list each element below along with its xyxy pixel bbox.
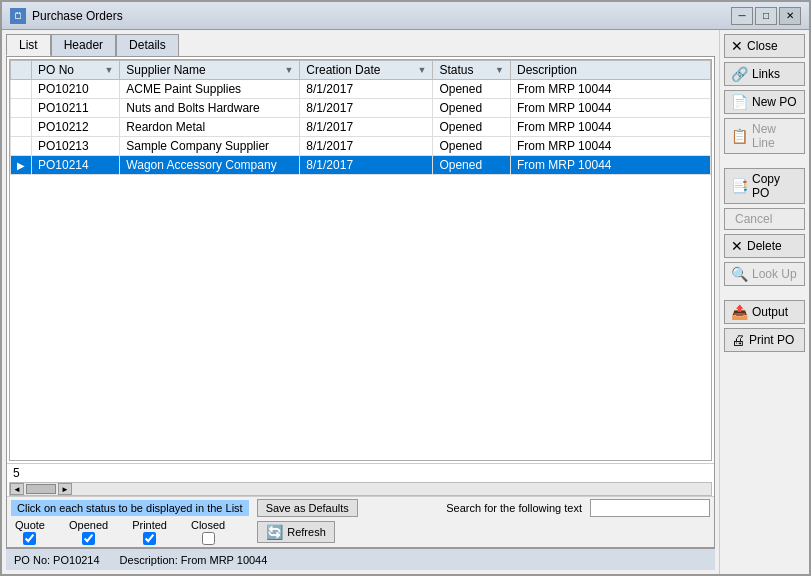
status-line: PO No: PO10214 Description: From MRP 100… [6, 548, 715, 570]
title-bar: 🗒 Purchase Orders ─ □ ✕ [2, 2, 809, 30]
col-po-no[interactable]: PO No ▼ [32, 61, 120, 80]
save-defaults-button[interactable]: Save as Defaults [257, 499, 358, 517]
cell-description: From MRP 10044 [511, 156, 711, 175]
checkboxes-row: Quote Opened Printed Closed [11, 519, 710, 545]
title-controls: ─ □ ✕ [731, 7, 801, 25]
refresh-icon: 🔄 [266, 524, 283, 540]
cell-po_no: PO10210 [32, 80, 120, 99]
cell-description: From MRP 10044 [511, 80, 711, 99]
search-input[interactable] [590, 499, 710, 517]
checkbox-opened: Opened [69, 519, 108, 545]
row-indicator-cell [11, 118, 32, 137]
status-filters-row: Click on each status to be displayed in … [11, 499, 710, 517]
links-icon: 🔗 [731, 66, 748, 82]
cell-supplier_name: Sample Company Supplier [120, 137, 300, 156]
checkbox-closed: Closed [191, 519, 225, 545]
checkbox-quote-input[interactable] [23, 532, 36, 545]
cancel-button: Cancel [724, 208, 805, 230]
new-line-label: New Line [752, 122, 798, 150]
checkbox-closed-input[interactable] [202, 532, 215, 545]
table-area: PO No ▼ Supplier Name ▼ [7, 57, 714, 496]
tab-list[interactable]: List [6, 34, 51, 56]
links-button[interactable]: 🔗Links [724, 62, 805, 86]
new-line-icon: 📋 [731, 128, 748, 144]
cell-status: Opened [433, 118, 511, 137]
table-row[interactable]: PO10210ACME Paint Supplies8/1/2017Opened… [11, 80, 711, 99]
cancel-label: Cancel [735, 212, 772, 226]
cell-status: Opened [433, 80, 511, 99]
checkbox-opened-label: Opened [69, 519, 108, 531]
copy-po-label: Copy PO [752, 172, 798, 200]
checkbox-quote: Quote [15, 519, 45, 545]
col-creation-date[interactable]: Creation Date ▼ [300, 61, 433, 80]
table-row[interactable]: PO10211Nuts and Bolts Hardware8/1/2017Op… [11, 99, 711, 118]
refresh-button[interactable]: 🔄 Refresh [257, 521, 335, 543]
delete-button[interactable]: ✕Delete [724, 234, 805, 258]
checkbox-printed-input[interactable] [143, 532, 156, 545]
row-indicator-header [11, 61, 32, 80]
search-label: Search for the following text [446, 502, 582, 514]
scroll-left-arrow[interactable]: ◄ [10, 483, 24, 495]
scroll-right-arrow[interactable]: ► [58, 483, 72, 495]
cell-creation_date: 8/1/2017 [300, 99, 433, 118]
new-line-button: 📋New Line [724, 118, 805, 154]
close-button[interactable]: ✕Close [724, 34, 805, 58]
cell-description: From MRP 10044 [511, 118, 711, 137]
checkbox-closed-label: Closed [191, 519, 225, 531]
col-supplier-name[interactable]: Supplier Name ▼ [120, 61, 300, 80]
tab-header[interactable]: Header [51, 34, 116, 56]
row-indicator-cell: ▶ [11, 156, 32, 175]
output-icon: 📤 [731, 304, 748, 320]
maximize-button[interactable]: □ [755, 7, 777, 25]
page-number: 5 [13, 466, 20, 480]
look-up-button: 🔍Look Up [724, 262, 805, 286]
scroll-thumb[interactable] [26, 484, 56, 494]
copy-po-icon: 📑 [731, 178, 748, 194]
window-close-button[interactable]: ✕ [779, 7, 801, 25]
print-po-button[interactable]: 🖨Print PO [724, 328, 805, 352]
delete-icon: ✕ [731, 238, 743, 254]
cell-creation_date: 8/1/2017 [300, 156, 433, 175]
table-header-row: PO No ▼ Supplier Name ▼ [11, 61, 711, 80]
checkbox-quote-label: Quote [15, 519, 45, 531]
close-icon: ✕ [731, 38, 743, 54]
cell-po_no: PO10211 [32, 99, 120, 118]
print-po-icon: 🖨 [731, 332, 745, 348]
close-label: Close [747, 39, 778, 53]
status-filter-arrow[interactable]: ▼ [495, 65, 504, 75]
cell-creation_date: 8/1/2017 [300, 137, 433, 156]
filter-instruction: Click on each status to be displayed in … [11, 500, 249, 516]
cell-status: Opened [433, 156, 511, 175]
delete-label: Delete [747, 239, 782, 253]
cell-supplier_name: Reardon Metal [120, 118, 300, 137]
output-button[interactable]: 📤Output [724, 300, 805, 324]
table-body: PO10210ACME Paint Supplies8/1/2017Opened… [11, 80, 711, 175]
window-icon: 🗒 [10, 8, 26, 24]
status-po-no: PO No: PO10214 [14, 554, 100, 566]
cell-supplier_name: Nuts and Bolts Hardware [120, 99, 300, 118]
checkbox-printed-label: Printed [132, 519, 167, 531]
cell-po_no: PO10212 [32, 118, 120, 137]
minimize-button[interactable]: ─ [731, 7, 753, 25]
creation-date-filter-arrow[interactable]: ▼ [417, 65, 426, 75]
col-status[interactable]: Status ▼ [433, 61, 511, 80]
cell-creation_date: 8/1/2017 [300, 118, 433, 137]
supplier-name-filter-arrow[interactable]: ▼ [284, 65, 293, 75]
horizontal-scrollbar[interactable]: ◄ ► [9, 482, 712, 496]
copy-po-button[interactable]: 📑Copy PO [724, 168, 805, 204]
cell-po_no: PO10213 [32, 137, 120, 156]
table-wrapper[interactable]: PO No ▼ Supplier Name ▼ [9, 59, 712, 461]
table-row[interactable]: PO10213Sample Company Supplier8/1/2017Op… [11, 137, 711, 156]
po-no-filter-arrow[interactable]: ▼ [104, 65, 113, 75]
table-row[interactable]: PO10212Reardon Metal8/1/2017OpenedFrom M… [11, 118, 711, 137]
status-filter-bar: Click on each status to be displayed in … [7, 496, 714, 547]
checkbox-opened-input[interactable] [82, 532, 95, 545]
tab-content: PO No ▼ Supplier Name ▼ [6, 56, 715, 548]
table-row[interactable]: ▶PO10214Wagon Accessory Company8/1/2017O… [11, 156, 711, 175]
tab-details[interactable]: Details [116, 34, 179, 56]
new-po-button[interactable]: 📄New PO [724, 90, 805, 114]
cell-status: Opened [433, 99, 511, 118]
status-description: Description: From MRP 10044 [120, 554, 268, 566]
links-label: Links [752, 67, 780, 81]
row-indicator-cell [11, 137, 32, 156]
